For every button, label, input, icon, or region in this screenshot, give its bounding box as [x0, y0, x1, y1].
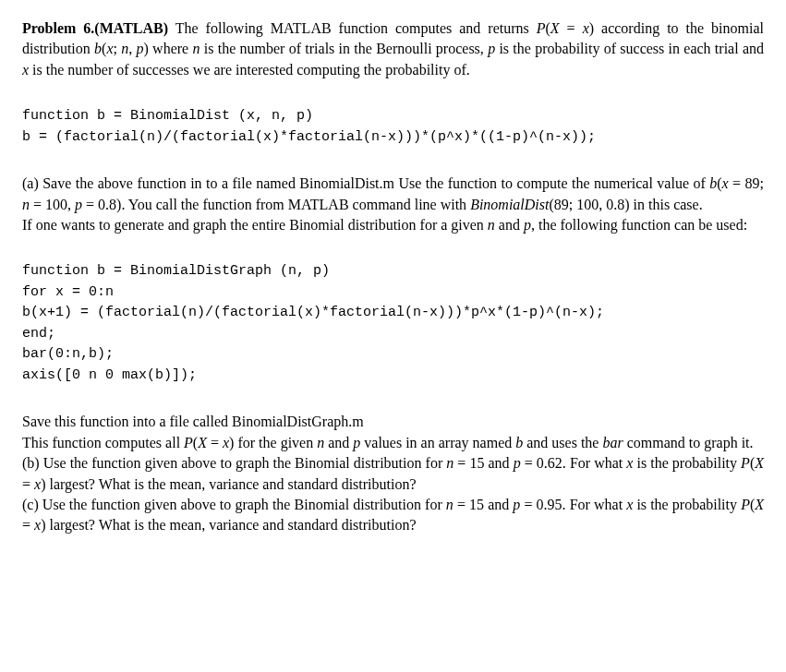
part-a-text: (a) Save the above function in to a file… — [22, 175, 764, 211]
save-instruction: Save this function into a file called Bi… — [22, 412, 764, 453]
code-line: function b = BinomialDistGraph (n, p) — [22, 263, 330, 279]
code-line: end; — [22, 326, 55, 342]
code-line: for x = 0:n — [22, 284, 114, 300]
code-block-2: function b = BinomialDistGraph (n, p) fo… — [22, 261, 764, 386]
save-text-2: This function computes all P(X = x) for … — [22, 435, 754, 450]
part-b-text: (b) Use the function given above to grap… — [22, 455, 764, 491]
code-line: b = (factorial(n)/(factorial(x)*factoria… — [22, 129, 596, 145]
part-a-text-2: If one wants to generate and graph the e… — [22, 217, 747, 233]
code-line: b(x+1) = (factorial(n)/(factorial(x)*fac… — [22, 305, 604, 320]
code-line: axis([0 n 0 max(b)]); — [22, 367, 197, 383]
save-text-1: Save this function into a file called Bi… — [22, 414, 364, 429]
part-a: (a) Save the above function in to a file… — [22, 174, 764, 235]
code-block-1: function b = BinomialDist (x, n, p) b = … — [22, 106, 764, 148]
part-b: (b) Use the function given above to grap… — [22, 453, 764, 495]
code-line: bar(0:n,b); — [22, 346, 114, 362]
problem-title: Problem 6.(MATLAB) — [22, 20, 168, 36]
function-name-italic: BinomialDist — [470, 197, 549, 212]
part-c-text: (c) Use the function given above to grap… — [22, 497, 764, 533]
problem-intro: Problem 6.(MATLAB) The following MATLAB … — [22, 18, 764, 80]
part-c: (c) Use the function given above to grap… — [22, 495, 764, 536]
code-line: function b = BinomialDist (x, n, p) — [22, 108, 313, 124]
